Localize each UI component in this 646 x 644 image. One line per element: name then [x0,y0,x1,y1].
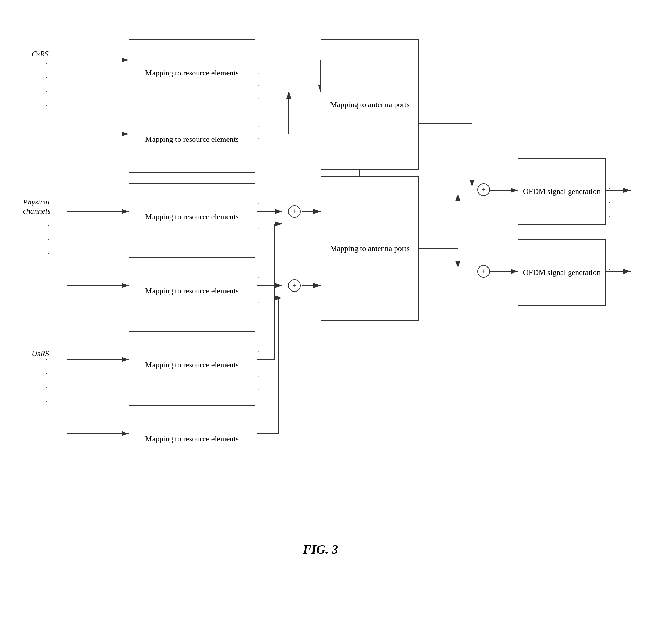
map5-dots: ···· [258,345,260,395]
usrs-dots: ···· [46,352,48,408]
ofdm-block-1: OFDM signal generation [518,158,606,225]
phys-dots: ···· [48,204,50,260]
map1-dots: ···· [258,55,260,104]
map3-dots: ···· [258,197,260,247]
map-block-4: Mapping to resource elements [129,257,255,324]
csrs-dots: ···· [46,56,48,112]
figure-caption: FIG. 3 [303,542,338,557]
circle-plus-2: + [288,279,301,292]
map-block-6: Mapping to resource elements [129,405,255,472]
circle-plus-1: + [288,205,301,218]
ant-ports-block-1: Mapping to antenna ports [321,39,419,170]
circle-plus-out-1: + [477,183,490,196]
ofdm-block-2: OFDM signal generation [518,239,606,306]
map-block-3: Mapping to resource elements [129,183,255,250]
map4-dots: ··· [258,271,260,309]
physical-channels-label: Physicalchannels [23,197,50,216]
ofdm1-out-dots: ··· [608,182,610,223]
ofdm2-out-dots: · [608,263,610,277]
diagram: CsRS ···· Mapping to resource elements ·… [21,14,620,578]
map2-dots: ··· [258,120,260,157]
circle-plus-out-2: + [477,265,490,278]
map-block-5: Mapping to resource elements [129,331,255,398]
map-block-2: Mapping to resource elements [129,106,255,173]
map-block-1: Mapping to resource elements [129,39,255,106]
ant-ports-block-2: Mapping to antenna ports [321,176,419,321]
